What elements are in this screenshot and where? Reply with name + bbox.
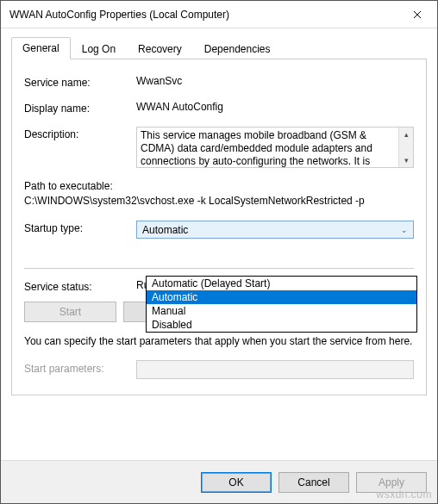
scroll-up-icon[interactable]: ▴ [399, 128, 413, 141]
tab-dependencies[interactable]: Dependencies [193, 38, 282, 60]
path-label: Path to executable: [24, 180, 414, 192]
dialog-body: General Log On Recovery Dependencies Ser… [1, 28, 437, 460]
close-button[interactable] [397, 1, 437, 28]
display-name-label: Display name: [24, 101, 136, 115]
cancel-button[interactable]: Cancel [278, 472, 349, 493]
startup-type-selected: Automatic [142, 224, 188, 236]
description-scrollbar[interactable]: ▴ ▾ [398, 128, 413, 167]
tab-recovery[interactable]: Recovery [127, 38, 193, 60]
window-title: WWAN AutoConfig Properties (Local Comput… [9, 9, 397, 21]
close-icon [413, 10, 422, 19]
display-name-value: WWAN AutoConfig [136, 101, 414, 113]
chevron-down-icon: ⌄ [401, 226, 408, 234]
startup-option-automatic[interactable]: Automatic [147, 290, 416, 304]
separator [24, 268, 414, 269]
dialog-footer: OK Cancel Apply wsxdn.com [1, 460, 437, 503]
startup-option-disabled[interactable]: Disabled [147, 318, 416, 332]
tab-general[interactable]: General [11, 37, 71, 59]
ok-button[interactable]: OK [201, 472, 272, 493]
properties-dialog: WWAN AutoConfig Properties (Local Comput… [0, 0, 438, 504]
start-parameters-input [136, 360, 414, 379]
startup-type-dropdown[interactable]: Automatic (Delayed Start) Automatic Manu… [146, 276, 417, 333]
parameters-note: You can specify the start parameters tha… [24, 334, 414, 348]
tab-logon[interactable]: Log On [71, 38, 127, 60]
service-status-label: Service status: [24, 279, 136, 293]
apply-button: Apply [356, 472, 427, 493]
path-value: C:\WINDOWS\system32\svchost.exe -k Local… [24, 195, 414, 207]
service-name-value: WwanSvc [136, 75, 414, 87]
titlebar: WWAN AutoConfig Properties (Local Comput… [1, 1, 437, 28]
tab-panel-general: Service name: WwanSvc Display name: WWAN… [11, 59, 427, 395]
description-box: This service manages mobile broadband (G… [136, 127, 414, 168]
start-parameters-label: Start parameters: [24, 360, 136, 375]
description-label: Description: [24, 127, 136, 140]
startup-type-combobox[interactable]: Automatic ⌄ [136, 221, 414, 239]
scroll-down-icon[interactable]: ▾ [399, 153, 413, 167]
tab-strip: General Log On Recovery Dependencies [11, 37, 427, 59]
description-text: This service manages mobile broadband (G… [137, 128, 398, 167]
start-button: Start [24, 302, 116, 322]
startup-option-manual[interactable]: Manual [147, 304, 416, 318]
service-name-label: Service name: [24, 75, 136, 89]
startup-type-label: Startup type: [24, 221, 136, 234]
startup-option-delayed[interactable]: Automatic (Delayed Start) [147, 277, 416, 290]
